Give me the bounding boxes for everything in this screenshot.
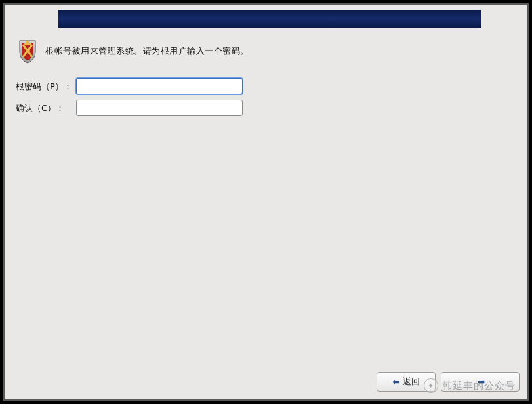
confirm-password-input[interactable] xyxy=(76,100,243,116)
back-button-label: 返回 xyxy=(403,376,420,388)
shield-icon xyxy=(18,39,37,64)
root-password-row: 根密码（P）： xyxy=(16,78,514,94)
confirm-password-row: 确认（C）： xyxy=(16,100,514,116)
instruction-text: 根帐号被用来管理系统。请为根用户输入一个密码。 xyxy=(45,45,249,57)
svg-rect-0 xyxy=(26,41,29,43)
top-banner xyxy=(58,10,481,28)
root-password-input[interactable] xyxy=(76,78,243,94)
password-form: 根密码（P）： 确认（C）： xyxy=(16,78,514,116)
footer-nav: ⬅ 返回 ➡ xyxy=(377,372,520,392)
content-area: 根帐号被用来管理系统。请为根用户输入一个密码。 根密码（P）： 确认（C）： xyxy=(18,39,514,121)
arrow-left-icon: ⬅ xyxy=(392,376,400,387)
back-button[interactable]: ⬅ 返回 xyxy=(377,372,436,392)
instruction-row: 根帐号被用来管理系统。请为根用户输入一个密码。 xyxy=(18,39,514,64)
arrow-right-icon: ➡ xyxy=(478,376,485,387)
installer-window: 根帐号被用来管理系统。请为根用户输入一个密码。 根密码（P）： 确认（C）： ⬅… xyxy=(3,3,529,401)
confirm-password-label: 确认（C）： xyxy=(16,102,76,114)
root-password-label: 根密码（P）： xyxy=(16,81,76,92)
next-button[interactable]: ➡ xyxy=(441,372,520,392)
